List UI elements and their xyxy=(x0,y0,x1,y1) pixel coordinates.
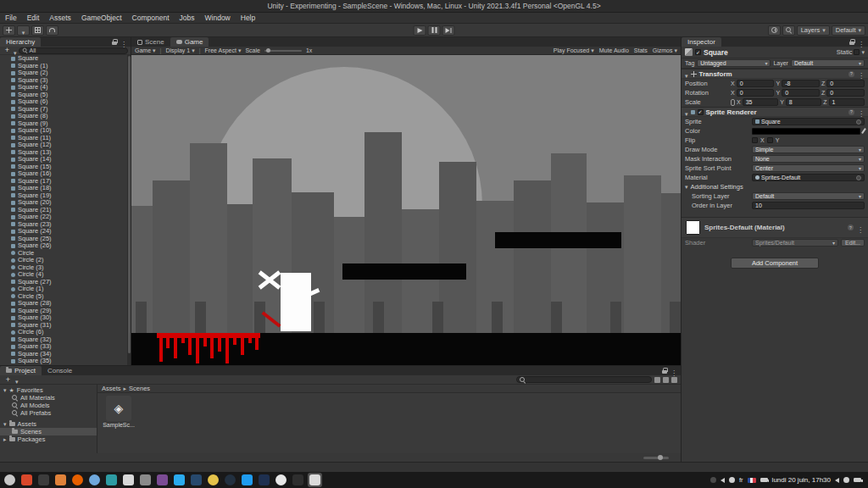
chromium[interactable] xyxy=(87,473,102,487)
steam[interactable] xyxy=(223,473,237,487)
app-gray[interactable] xyxy=(138,473,153,487)
static-checkbox[interactable] xyxy=(854,49,860,55)
help-icon[interactable] xyxy=(849,71,854,77)
add-component-button[interactable]: Add Component xyxy=(731,258,819,269)
component-menu-icon[interactable] xyxy=(857,220,864,236)
favorites-item[interactable]: All Prefabs xyxy=(0,409,97,417)
create-object-button[interactable] xyxy=(3,47,12,54)
scale-y-field[interactable]: 8 xyxy=(786,98,821,106)
color-field[interactable] xyxy=(752,128,860,135)
breadcrumb-scenes[interactable]: Scenes xyxy=(129,385,150,392)
sort-point-dropdown[interactable]: Center xyxy=(752,164,865,172)
app-purple[interactable] xyxy=(155,473,170,487)
object-picker-icon[interactable] xyxy=(856,119,861,125)
terminal[interactable] xyxy=(36,473,51,487)
app-darkblue[interactable] xyxy=(189,473,203,487)
sorting-layer-dropdown[interactable]: Default xyxy=(752,192,865,200)
menu-item[interactable]: File xyxy=(0,14,22,22)
menu-item[interactable]: Window xyxy=(200,14,236,22)
shader-dropdown[interactable]: Sprites/Default xyxy=(752,239,838,247)
text-editor[interactable] xyxy=(121,473,136,487)
breadcrumb-assets[interactable]: Assets xyxy=(102,385,121,392)
search-tool[interactable] xyxy=(274,473,288,487)
mask-interaction-dropdown[interactable]: None xyxy=(752,155,865,163)
unity-editor[interactable] xyxy=(308,473,322,487)
hierarchy-item[interactable]: Square (35) xyxy=(0,358,127,365)
filter-type-icon[interactable] xyxy=(654,377,660,383)
play-button[interactable] xyxy=(414,25,426,36)
vscode[interactable] xyxy=(240,473,254,487)
volume-icon[interactable] xyxy=(721,478,725,483)
tab-console[interactable]: Console xyxy=(42,366,78,375)
rotation-z-field[interactable]: 0 xyxy=(826,89,865,97)
undo-history-button[interactable] xyxy=(768,25,781,36)
edit-shader-button[interactable]: Edit... xyxy=(841,239,865,247)
slider-knob[interactable] xyxy=(658,455,663,460)
menu-item[interactable]: Component xyxy=(127,14,175,22)
flip-x-checkbox[interactable] xyxy=(752,137,758,143)
position-x-field[interactable]: 0 xyxy=(737,80,775,87)
eyedropper-icon[interactable] xyxy=(861,128,866,134)
tool-options-button[interactable] xyxy=(17,25,30,36)
lock-icon[interactable] xyxy=(662,368,667,374)
files[interactable] xyxy=(53,473,68,487)
tab-game[interactable]: Game xyxy=(170,37,209,47)
step-button[interactable] xyxy=(442,25,455,36)
transform-header[interactable]: Transform xyxy=(682,69,868,79)
menu-item[interactable]: Edit xyxy=(22,14,45,22)
draw-mode-dropdown[interactable]: Simple xyxy=(752,146,865,153)
app-store[interactable] xyxy=(19,473,34,487)
foldout-icon[interactable] xyxy=(3,386,7,394)
tab-scene[interactable]: Scene xyxy=(131,37,170,47)
scale-slider[interactable] xyxy=(264,50,302,52)
menu-item[interactable]: Assets xyxy=(44,14,76,22)
stats-button[interactable]: Stats xyxy=(634,47,648,53)
firefox[interactable] xyxy=(70,473,85,487)
aspect-dropdown[interactable]: Free Aspect xyxy=(205,47,242,53)
layers-dropdown[interactable]: Layers xyxy=(797,25,830,36)
folder-item-scenes[interactable]: Scenes xyxy=(0,428,97,435)
save-search-icon[interactable] xyxy=(671,377,677,383)
grid-snap-button[interactable] xyxy=(31,25,44,36)
keyboard-layout-indicator[interactable]: fr xyxy=(739,476,743,484)
tag-dropdown[interactable]: Untagged xyxy=(697,59,771,67)
volume-icon[interactable] xyxy=(835,478,839,483)
packages-folder[interactable]: Packages xyxy=(0,435,97,443)
material-preview-header[interactable]: Sprites-Default (Material) xyxy=(682,218,868,238)
panel-menu-icon[interactable] xyxy=(858,35,865,50)
favorites-item[interactable]: All Materials xyxy=(0,394,97,402)
chat-icon[interactable] xyxy=(710,477,716,483)
game-view-menu[interactable]: Game xyxy=(135,47,156,53)
ubuntu-logo[interactable] xyxy=(3,473,17,487)
app-navy[interactable] xyxy=(257,473,271,487)
filter-label-icon[interactable] xyxy=(663,377,669,383)
telegram[interactable] xyxy=(172,473,186,487)
assets-folder[interactable]: Assets xyxy=(0,420,97,428)
position-z-field[interactable]: 0 xyxy=(826,80,865,87)
rotation-y-field[interactable]: 0 xyxy=(782,89,820,97)
rotation-x-field[interactable]: 0 xyxy=(737,89,775,97)
help-icon[interactable] xyxy=(848,225,854,230)
search-button[interactable] xyxy=(782,25,795,36)
pause-button[interactable] xyxy=(428,25,441,36)
thumbnail-size-slider[interactable] xyxy=(643,457,669,459)
game-viewport[interactable] xyxy=(131,55,681,365)
object-name[interactable]: Square xyxy=(704,48,728,57)
clock[interactable]: lundi 20 juin, 17h30 xyxy=(772,476,831,484)
app-teal[interactable] xyxy=(104,473,119,487)
active-checkbox[interactable] xyxy=(695,49,701,55)
wifi-icon[interactable] xyxy=(843,477,849,483)
create-asset-button[interactable] xyxy=(3,376,13,384)
sprite-object-field[interactable]: Square xyxy=(752,118,865,125)
favorites-item[interactable]: All Models xyxy=(0,402,97,409)
foldout-icon[interactable] xyxy=(3,420,7,428)
network-icon[interactable] xyxy=(729,477,735,483)
window-titlebar[interactable]: Unity - Experimenting - SampleScene - Wi… xyxy=(0,0,868,13)
asset-samplescene[interactable]: SampleSc... xyxy=(103,396,135,428)
panel-menu-icon[interactable] xyxy=(670,363,677,379)
move-tool-button[interactable] xyxy=(3,25,15,36)
play-focused-dropdown[interactable]: Play Focused xyxy=(554,47,594,53)
menu-item[interactable]: GameObject xyxy=(76,14,127,22)
additional-settings-foldout[interactable]: Additional Settings xyxy=(682,182,868,191)
help-icon[interactable] xyxy=(849,109,854,115)
